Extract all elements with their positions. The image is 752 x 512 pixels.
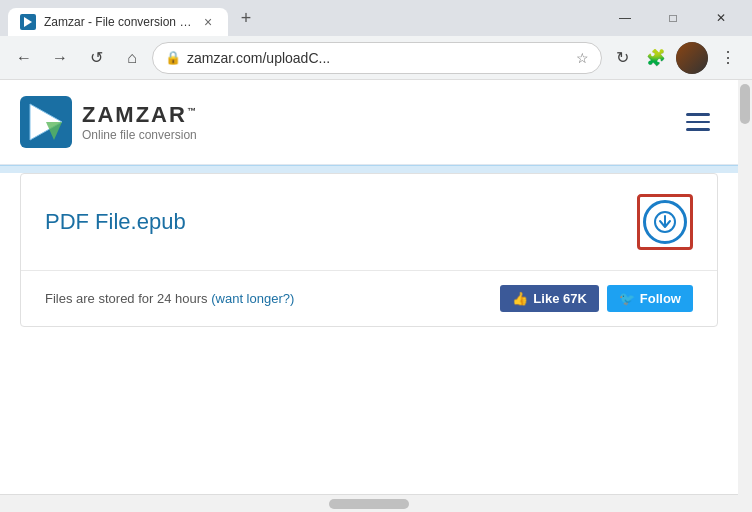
page-spacer: [0, 327, 738, 494]
thumbs-up-icon: 👍: [512, 291, 528, 306]
close-button[interactable]: ✕: [698, 2, 744, 34]
download-button[interactable]: [643, 200, 687, 244]
page-header: ZAMZAR™ Online file conversion: [0, 80, 738, 165]
browser-content-wrapper: ZAMZAR™ Online file conversion PDF File.…: [0, 80, 752, 512]
new-tab-button[interactable]: +: [232, 4, 260, 32]
like-label: Like 67K: [533, 291, 586, 306]
browser-window: Zamzar - File conversion progres × + — □…: [0, 0, 752, 512]
address-text: zamzar.com/uploadC...: [187, 50, 570, 66]
window-controls: — □ ✕: [602, 2, 744, 34]
logo-text: ZAMZAR™ Online file conversion: [82, 102, 198, 142]
download-arrow-icon: [654, 211, 676, 233]
file-download-row: PDF File.epub: [21, 174, 717, 271]
extensions-button[interactable]: 🧩: [640, 42, 672, 74]
chrome-menu-button[interactable]: ⋮: [712, 42, 744, 74]
tab-bar: Zamzar - File conversion progres × +: [8, 0, 598, 36]
extension-reload-button[interactable]: ↻: [606, 42, 638, 74]
horizontal-scroll-thumb[interactable]: [329, 499, 409, 509]
logo-area: ZAMZAR™ Online file conversion: [20, 96, 198, 148]
tab-title: Zamzar - File conversion progres: [44, 15, 192, 29]
zamzar-logo-icon: [20, 96, 72, 148]
lock-icon: 🔒: [165, 50, 181, 65]
forward-button[interactable]: →: [44, 42, 76, 74]
home-button[interactable]: ⌂: [116, 42, 148, 74]
storage-notice-text: Files are stored for 24 hours (want long…: [45, 291, 294, 306]
logo-brand-name: ZAMZAR™: [82, 102, 198, 128]
active-tab[interactable]: Zamzar - File conversion progres ×: [8, 8, 228, 36]
converted-file-name: PDF File.epub: [45, 209, 186, 235]
blue-accent-strip: [0, 165, 738, 173]
bookmark-star-icon[interactable]: ☆: [576, 50, 589, 66]
twitter-follow-button[interactable]: 🐦 Follow: [607, 285, 693, 312]
conversion-result-card: PDF File.epub: [20, 173, 718, 327]
logo-subtitle: Online file conversion: [82, 128, 198, 142]
navigation-bar: ← → ↺ ⌂ 🔒 zamzar.com/uploadC... ☆ ↻ 🧩 ⋮: [0, 36, 752, 80]
hamburger-menu-button[interactable]: [678, 105, 718, 139]
social-buttons: 👍 Like 67K 🐦 Follow: [500, 285, 693, 312]
back-button[interactable]: ←: [8, 42, 40, 74]
title-bar: Zamzar - File conversion progres × + — □…: [0, 0, 752, 36]
download-button-wrapper: [637, 194, 693, 250]
nav-actions: ↻ 🧩 ⋮: [606, 42, 744, 74]
card-footer-row: Files are stored for 24 hours (want long…: [21, 271, 717, 326]
profile-avatar[interactable]: [676, 42, 708, 74]
browser-content: ZAMZAR™ Online file conversion PDF File.…: [0, 80, 738, 512]
facebook-like-button[interactable]: 👍 Like 67K: [500, 285, 598, 312]
twitter-bird-icon: 🐦: [619, 291, 635, 306]
want-longer-link[interactable]: (want longer?): [211, 291, 294, 306]
vertical-scroll-thumb[interactable]: [740, 84, 750, 124]
vertical-scrollbar[interactable]: [738, 80, 752, 512]
minimize-button[interactable]: —: [602, 2, 648, 34]
reload-button[interactable]: ↺: [80, 42, 112, 74]
follow-label: Follow: [640, 291, 681, 306]
download-icon-svg: [654, 211, 676, 233]
address-bar[interactable]: 🔒 zamzar.com/uploadC... ☆: [152, 42, 602, 74]
tab-favicon: [20, 14, 36, 30]
maximize-button[interactable]: □: [650, 2, 696, 34]
horizontal-scrollbar[interactable]: [0, 494, 738, 512]
tab-close-button[interactable]: ×: [200, 14, 216, 30]
